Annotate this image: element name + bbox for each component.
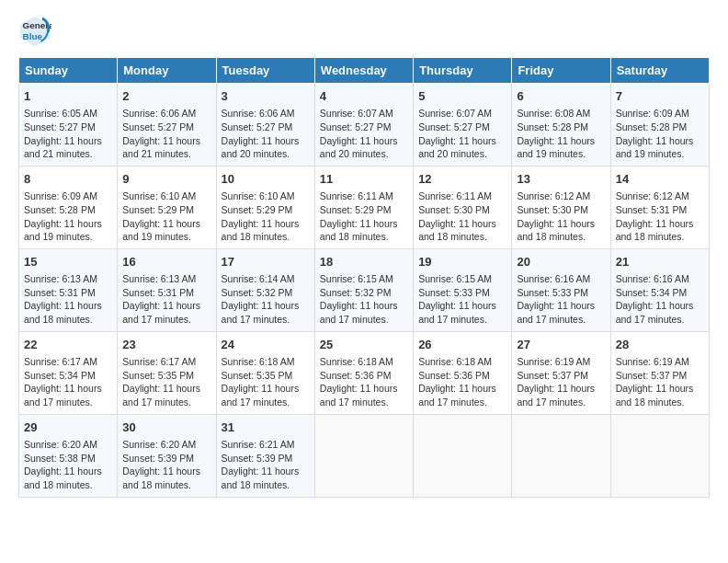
daylight-label: Daylight: 11 hours and 18 minutes. xyxy=(320,218,398,243)
daylight-label: Daylight: 11 hours and 18 minutes. xyxy=(24,465,102,490)
sunrise-label: Sunrise: 6:08 AM xyxy=(517,108,590,119)
sunset-label: Sunset: 5:35 PM xyxy=(222,370,293,381)
sunrise-label: Sunrise: 6:09 AM xyxy=(616,108,689,119)
sunset-label: Sunset: 5:27 PM xyxy=(24,121,96,132)
calendar-week-5: 29Sunrise: 6:20 AMSunset: 5:38 PMDayligh… xyxy=(19,414,710,497)
day-number: 19 xyxy=(418,254,506,270)
calendar-cell-day-28: 28Sunrise: 6:19 AMSunset: 5:37 PMDayligh… xyxy=(610,331,709,414)
sunrise-label: Sunrise: 6:18 AM xyxy=(418,356,492,367)
calendar-week-4: 22Sunrise: 6:17 AMSunset: 5:34 PMDayligh… xyxy=(19,331,710,414)
sunset-label: Sunset: 5:29 PM xyxy=(222,204,293,215)
daylight-label: Daylight: 11 hours and 17 minutes. xyxy=(320,300,398,325)
day-number: 14 xyxy=(616,171,704,188)
sunset-label: Sunset: 5:36 PM xyxy=(418,370,490,381)
sunset-label: Sunset: 5:28 PM xyxy=(616,121,688,132)
calendar-cell-day-3: 3Sunrise: 6:06 AMSunset: 5:27 PMDaylight… xyxy=(216,84,314,167)
day-number: 6 xyxy=(517,88,605,105)
day-number: 29 xyxy=(24,419,112,436)
sunset-label: Sunset: 5:31 PM xyxy=(24,287,96,298)
sunset-label: Sunset: 5:27 PM xyxy=(320,121,392,132)
sunset-label: Sunset: 5:32 PM xyxy=(222,287,293,298)
sunrise-label: Sunrise: 6:06 AM xyxy=(222,108,295,119)
day-number: 27 xyxy=(517,337,605,353)
header: General Blue xyxy=(18,15,710,48)
sunrise-label: Sunrise: 6:12 AM xyxy=(616,190,689,201)
calendar-cell-day-1: 1Sunrise: 6:05 AMSunset: 5:27 PMDaylight… xyxy=(19,84,118,167)
calendar-cell-day-21: 21Sunrise: 6:16 AMSunset: 5:34 PMDayligh… xyxy=(610,248,709,331)
sunrise-label: Sunrise: 6:20 AM xyxy=(122,439,196,450)
day-number: 9 xyxy=(122,171,210,188)
daylight-label: Daylight: 11 hours and 18 minutes. xyxy=(418,218,496,243)
daylight-label: Daylight: 11 hours and 21 minutes. xyxy=(122,135,200,160)
page: General Blue SundayMondayTuesdayWednesda… xyxy=(0,0,728,507)
daylight-label: Daylight: 11 hours and 17 minutes. xyxy=(517,383,595,408)
sunset-label: Sunset: 5:28 PM xyxy=(517,121,588,132)
header-cell-friday: Friday xyxy=(512,58,610,84)
daylight-label: Daylight: 11 hours and 17 minutes. xyxy=(122,300,200,325)
calendar-cell-day-6: 6Sunrise: 6:08 AMSunset: 5:28 PMDaylight… xyxy=(512,84,610,167)
sunset-label: Sunset: 5:31 PM xyxy=(616,204,688,215)
day-number: 2 xyxy=(122,88,210,105)
calendar-cell-day-8: 8Sunrise: 6:09 AMSunset: 5:28 PMDaylight… xyxy=(19,166,118,248)
calendar-cell-day-20: 20Sunrise: 6:16 AMSunset: 5:33 PMDayligh… xyxy=(512,248,610,331)
daylight-label: Daylight: 11 hours and 18 minutes. xyxy=(24,300,102,325)
calendar-cell-day-22: 22Sunrise: 6:17 AMSunset: 5:34 PMDayligh… xyxy=(19,331,118,414)
day-number: 4 xyxy=(320,88,408,105)
daylight-label: Daylight: 11 hours and 18 minutes. xyxy=(616,218,694,243)
daylight-label: Daylight: 11 hours and 17 minutes. xyxy=(616,300,694,325)
sunrise-label: Sunrise: 6:10 AM xyxy=(222,190,295,201)
calendar-week-3: 15Sunrise: 6:13 AMSunset: 5:31 PMDayligh… xyxy=(19,248,710,331)
sunset-label: Sunset: 5:37 PM xyxy=(616,370,688,381)
calendar-cell-day-18: 18Sunrise: 6:15 AMSunset: 5:32 PMDayligh… xyxy=(314,248,413,331)
day-number: 30 xyxy=(122,419,210,436)
calendar-cell-day-27: 27Sunrise: 6:19 AMSunset: 5:37 PMDayligh… xyxy=(512,331,610,414)
calendar-cell-day-19: 19Sunrise: 6:15 AMSunset: 5:33 PMDayligh… xyxy=(414,248,512,331)
sunrise-label: Sunrise: 6:13 AM xyxy=(24,273,97,284)
daylight-label: Daylight: 11 hours and 17 minutes. xyxy=(222,300,300,325)
sunset-label: Sunset: 5:27 PM xyxy=(418,121,490,132)
daylight-label: Daylight: 11 hours and 18 minutes. xyxy=(517,218,595,243)
sunset-label: Sunset: 5:33 PM xyxy=(517,287,588,298)
header-row: SundayMondayTuesdayWednesdayThursdayFrid… xyxy=(19,58,710,84)
sunset-label: Sunset: 5:39 PM xyxy=(222,453,293,464)
calendar-week-1: 1Sunrise: 6:05 AMSunset: 5:27 PMDaylight… xyxy=(19,84,710,167)
daylight-label: Daylight: 11 hours and 17 minutes. xyxy=(122,383,200,408)
calendar-cell-day-17: 17Sunrise: 6:14 AMSunset: 5:32 PMDayligh… xyxy=(216,248,314,331)
sunset-label: Sunset: 5:27 PM xyxy=(222,121,293,132)
day-number: 23 xyxy=(122,337,210,353)
sunset-label: Sunset: 5:35 PM xyxy=(122,370,194,381)
sunrise-label: Sunrise: 6:05 AM xyxy=(24,108,97,119)
calendar-cell-day-16: 16Sunrise: 6:13 AMSunset: 5:31 PMDayligh… xyxy=(118,248,216,331)
calendar-cell-day-5: 5Sunrise: 6:07 AMSunset: 5:27 PMDaylight… xyxy=(414,84,512,167)
calendar-cell-day-30: 30Sunrise: 6:20 AMSunset: 5:39 PMDayligh… xyxy=(118,414,216,497)
sunset-label: Sunset: 5:37 PM xyxy=(517,370,588,381)
sunrise-label: Sunrise: 6:12 AM xyxy=(517,190,590,201)
day-number: 16 xyxy=(122,254,210,270)
sunrise-label: Sunrise: 6:15 AM xyxy=(320,273,393,284)
sunrise-label: Sunrise: 6:10 AM xyxy=(122,190,196,201)
sunrise-label: Sunrise: 6:20 AM xyxy=(24,439,97,450)
sunrise-label: Sunrise: 6:06 AM xyxy=(122,108,196,119)
sunrise-label: Sunrise: 6:11 AM xyxy=(418,190,492,201)
sunrise-label: Sunrise: 6:18 AM xyxy=(320,356,393,367)
daylight-label: Daylight: 11 hours and 17 minutes. xyxy=(418,383,496,408)
sunrise-label: Sunrise: 6:18 AM xyxy=(222,356,295,367)
sunrise-label: Sunrise: 6:16 AM xyxy=(517,273,590,284)
day-number: 26 xyxy=(418,337,506,353)
svg-text:Blue: Blue xyxy=(23,31,43,41)
calendar-cell-day-14: 14Sunrise: 6:12 AMSunset: 5:31 PMDayligh… xyxy=(610,166,709,248)
calendar-cell-day-29: 29Sunrise: 6:20 AMSunset: 5:38 PMDayligh… xyxy=(19,414,118,497)
calendar-cell-day-23: 23Sunrise: 6:17 AMSunset: 5:35 PMDayligh… xyxy=(118,331,216,414)
calendar-cell-day-10: 10Sunrise: 6:10 AMSunset: 5:29 PMDayligh… xyxy=(216,166,314,248)
calendar-cell-day-7: 7Sunrise: 6:09 AMSunset: 5:28 PMDaylight… xyxy=(610,84,709,167)
day-number: 17 xyxy=(222,254,310,270)
header-cell-tuesday: Tuesday xyxy=(216,58,314,84)
sunrise-label: Sunrise: 6:07 AM xyxy=(418,108,492,119)
day-number: 28 xyxy=(616,337,704,353)
day-number: 13 xyxy=(517,171,605,188)
daylight-label: Daylight: 11 hours and 19 minutes. xyxy=(122,218,200,243)
sunrise-label: Sunrise: 6:15 AM xyxy=(418,273,492,284)
day-number: 15 xyxy=(24,254,112,270)
daylight-label: Daylight: 11 hours and 18 minutes. xyxy=(616,383,694,408)
daylight-label: Daylight: 11 hours and 19 minutes. xyxy=(616,135,694,160)
